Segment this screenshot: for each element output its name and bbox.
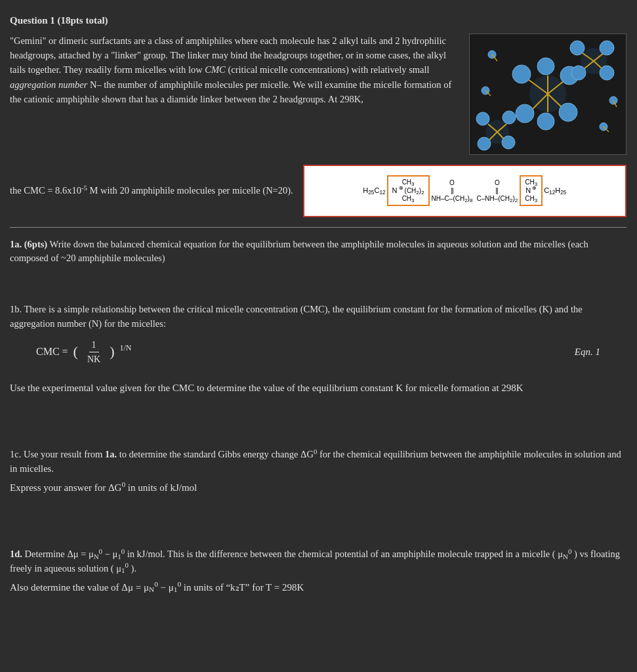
part-1c-header: 1c. Use your result from 1a. to determin… bbox=[10, 448, 627, 476]
cmc-label: CMC bbox=[205, 64, 225, 75]
svg-point-12 bbox=[537, 58, 554, 75]
part-1d-bold: 1d. bbox=[10, 549, 22, 559]
left-headgroup-box: CH3 N ⊕ (CH2)2 CH3 bbox=[387, 175, 430, 206]
cmc-section: the CMC = 8.6x10-5 M with 20 amphiphile … bbox=[10, 165, 627, 217]
part-1b-use-text: Use the experimental value given for the… bbox=[10, 381, 627, 396]
linker-right: O ‖ C–NH–(CH2)2 bbox=[474, 179, 520, 203]
close-paren: ) bbox=[110, 345, 114, 359]
part-1b-answer-space bbox=[10, 395, 627, 415]
part-1d-also: Also determine the value of Δμ = μN0 − μ… bbox=[10, 580, 627, 595]
svg-point-21 bbox=[600, 41, 614, 55]
svg-point-30 bbox=[503, 111, 516, 124]
fraction-numerator: 1 bbox=[89, 338, 99, 352]
equation-fraction: 1 NK bbox=[85, 338, 103, 366]
part-1a-answer-space bbox=[10, 270, 627, 289]
page-content: Question 1 (18pts total) "Gemini" or dim… bbox=[10, 13, 627, 595]
svg-point-11 bbox=[559, 103, 577, 121]
mu-N-paren: μN0 bbox=[558, 549, 571, 559]
fraction-denominator: NK bbox=[85, 352, 103, 366]
part-1b-header: 1b. There is a simple relationship betwe… bbox=[10, 303, 627, 331]
delta-g-symbol: ΔG0 bbox=[300, 449, 317, 459]
equation-formula: CMC = ( 1 NK ) 1/N bbox=[36, 338, 131, 366]
intro-section: "Gemini" or dimeric surfactants are a cl… bbox=[10, 33, 627, 155]
delta-mu-expr: Δμ = μN0 − μ10 bbox=[67, 549, 125, 559]
small-spacing-1b bbox=[10, 373, 627, 381]
part-1d-header: 1d. Determine Δμ = μN0 − μ10 in kJ/mol. … bbox=[10, 547, 627, 576]
intro-text: "Gemini" or dimeric surfactants are a cl… bbox=[10, 33, 459, 155]
open-paren: ( bbox=[73, 345, 78, 359]
structure-diagram: H25C12 CH3 N ⊕ (CH2)2 CH3 O ‖ NH–C–(CH2)… bbox=[363, 175, 566, 206]
micelle-image bbox=[469, 33, 627, 155]
part-1c-express: Express your answer for ΔG0 in units of … bbox=[10, 480, 627, 495]
part-1a-bold: 1a. (6pts) bbox=[10, 239, 47, 249]
part-1c-bold-ref: 1a. bbox=[105, 449, 117, 459]
part-1a-header: 1a. (6pts) Write down the balanced chemi… bbox=[10, 238, 627, 266]
part-1a-section: 1a. (6pts) Write down the balanced chemi… bbox=[10, 238, 627, 290]
question-header: Question 1 (18pts total) bbox=[10, 13, 627, 28]
part-1c-answer-space bbox=[10, 495, 627, 514]
chemical-structure: H25C12 CH3 N ⊕ (CH2)2 CH3 O ‖ NH–C–(CH2)… bbox=[303, 165, 627, 217]
cmc-text: the CMC = 8.6x10-5 M with 20 amphiphile … bbox=[10, 183, 293, 198]
part-1c-answer-space-2 bbox=[10, 514, 627, 534]
part-1b-answer-space-2 bbox=[10, 415, 627, 434]
svg-point-20 bbox=[571, 66, 586, 80]
equation-label: Eqn. 1 bbox=[575, 345, 600, 360]
svg-point-9 bbox=[516, 104, 534, 123]
svg-point-19 bbox=[570, 41, 585, 55]
question-title: Question 1 (18pts total) bbox=[10, 15, 108, 26]
right-chain: C12H25 bbox=[544, 186, 566, 195]
right-headgroup-box: CH3 N ⊕ CH3 bbox=[520, 175, 543, 206]
equation-section: CMC = ( 1 NK ) 1/N Eqn. 1 bbox=[36, 338, 600, 366]
part-1c-section: 1c. Use your result from 1a. to determin… bbox=[10, 448, 627, 534]
svg-point-13 bbox=[537, 113, 554, 130]
also-mu-1: μ10 bbox=[169, 582, 181, 593]
cmc-equals: CMC = bbox=[36, 344, 68, 360]
linker-left: O ‖ NH–C–(CH2)8 bbox=[430, 179, 475, 203]
svg-point-28 bbox=[476, 112, 489, 125]
svg-point-8 bbox=[512, 65, 531, 83]
also-mu-N: μN0 bbox=[144, 582, 158, 593]
svg-point-29 bbox=[478, 137, 491, 150]
part-1b-section: 1b. There is a simple relationship betwe… bbox=[10, 303, 627, 434]
left-chain: H25C12 bbox=[363, 186, 385, 195]
mu-1-paren: μ10 bbox=[116, 563, 129, 574]
part-1d-section: 1d. Determine Δμ = μN0 − μ10 in kJ/mol. … bbox=[10, 547, 627, 595]
svg-point-31 bbox=[502, 136, 515, 149]
divider-1 bbox=[10, 227, 627, 228]
svg-point-22 bbox=[600, 66, 614, 80]
